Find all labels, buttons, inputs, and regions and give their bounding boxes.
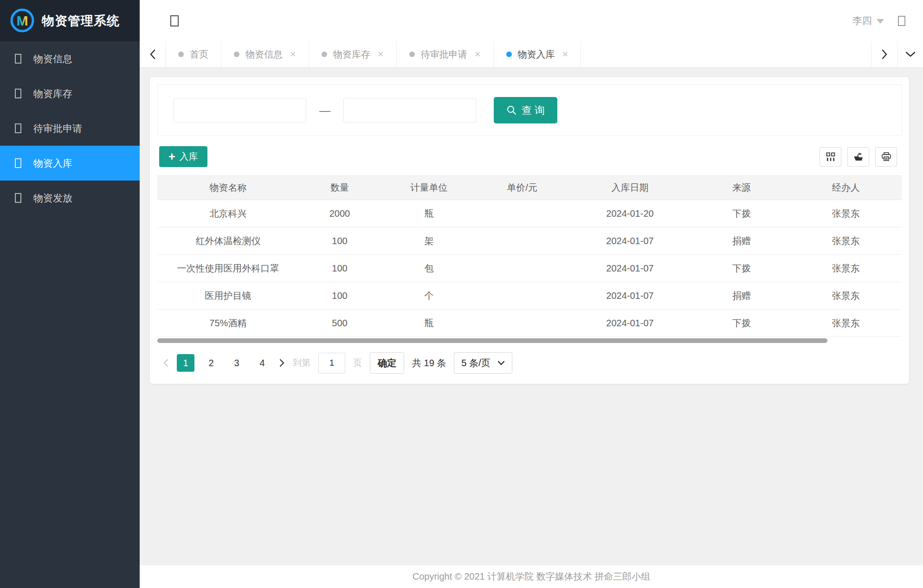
page-number-4[interactable]: 4 (253, 354, 271, 372)
page-size-select[interactable]: 5 条/页 (454, 352, 512, 374)
horizontal-scrollbar[interactable] (157, 338, 827, 343)
cell-material-name: 红外体温检测仪 (157, 227, 299, 255)
tab-label: 物资库存 (333, 48, 370, 61)
cell-handler: 张景东 (790, 255, 902, 282)
cell-quantity: 100 (299, 227, 381, 255)
col-quantity: 数量 (299, 176, 381, 200)
tabs-menu-button[interactable] (897, 41, 923, 67)
sidebar-item-material-inbound[interactable]: 物资入库 (0, 146, 140, 181)
col-unit-price: 单价/元 (478, 176, 567, 200)
cell-unit: 架 (381, 227, 478, 255)
cell-source: 下拨 (693, 310, 790, 337)
tab-material-inbound[interactable]: 物资入库 × (494, 41, 581, 67)
search-icon (506, 105, 517, 116)
plus-icon: + (168, 151, 175, 162)
chevron-left-icon (163, 358, 169, 368)
add-inbound-button[interactable]: + 入库 (159, 146, 207, 167)
chevron-right-icon (279, 358, 285, 368)
chevron-down-icon (905, 51, 916, 58)
col-unit: 计量单位 (381, 176, 478, 200)
tab-dot-icon (322, 52, 327, 57)
collapse-menu-icon[interactable] (170, 15, 179, 26)
tab-label: 物资信息 (245, 48, 283, 61)
cell-inbound-date: 2024-01-07 (567, 310, 693, 337)
cell-material-name: 医用护目镜 (157, 282, 299, 310)
sidebar-item-label: 物资入库 (33, 157, 72, 170)
cell-inbound-date: 2024-01-20 (567, 200, 693, 227)
sidebar-menu: 物资信息 物资库存 待审批申请 物资入库 物资发放 (0, 41, 140, 215)
cell-unit-price (478, 255, 567, 282)
page-number-3[interactable]: 3 (228, 354, 245, 372)
pending-approval-icon (15, 123, 21, 133)
col-source: 来源 (693, 176, 790, 200)
tabs-scroll-right-button[interactable] (871, 41, 897, 67)
query-button-label: 查 询 (522, 103, 545, 117)
sidebar-item-label: 物资库存 (33, 87, 72, 100)
sidebar-item-material-info[interactable]: 物资信息 (0, 41, 140, 76)
page-number-1[interactable]: 1 (177, 354, 194, 372)
material-stock-icon (15, 89, 21, 98)
tab-close-icon[interactable]: × (290, 49, 296, 59)
cell-unit-price (478, 282, 567, 310)
tab-material-stock[interactable]: 物资库存 × (309, 41, 397, 67)
col-material-name: 物资名称 (157, 176, 299, 200)
cell-unit: 瓶 (381, 200, 478, 227)
page-size-value: 5 条/页 (461, 357, 490, 369)
caret-down-icon (877, 19, 884, 24)
sidebar-item-material-stock[interactable]: 物资库存 (0, 76, 140, 111)
fullscreen-icon[interactable] (898, 16, 905, 26)
content: — 查 询 + 入库 (140, 68, 923, 565)
main-area: 李四 首页 物资信息 × 物资库存 × 待审批申请 (140, 0, 923, 588)
copyright-text: Copyright © 2021 计算机学院 数字媒体技术 拼命三郎小组 (413, 570, 651, 583)
cell-inbound-date: 2024-01-07 (567, 227, 693, 255)
tab-material-info[interactable]: 物资信息 × (221, 41, 309, 67)
cell-source: 下拨 (693, 200, 790, 227)
print-button[interactable] (875, 147, 897, 167)
page-number-2[interactable]: 2 (202, 354, 220, 372)
user-dropdown[interactable]: 李四 (852, 14, 884, 27)
app-logo-icon: M (9, 8, 35, 34)
toggle-columns-button[interactable] (820, 147, 841, 167)
tabs-scroll-left-button[interactable] (140, 41, 166, 67)
tab-dot-icon (506, 52, 512, 57)
tab-close-icon[interactable]: × (562, 49, 568, 59)
export-button[interactable] (847, 147, 869, 167)
cell-unit-price (478, 200, 567, 227)
add-inbound-label: 入库 (180, 150, 198, 163)
date-end-input[interactable] (343, 98, 476, 123)
table-toolbar: + 入库 (157, 146, 902, 167)
cell-unit: 个 (381, 282, 478, 310)
cell-material-name: 北京科兴 (157, 200, 299, 227)
tab-close-icon[interactable]: × (475, 49, 481, 59)
cell-inbound-date: 2024-01-07 (567, 255, 693, 282)
sidebar-item-pending-approval[interactable]: 待审批申请 (0, 111, 140, 146)
table-row: 一次性使用医用外科口罩 100 包 2024-01-07 下拨 张景东 (157, 255, 902, 282)
page-prev-button[interactable] (163, 358, 169, 368)
goto-page-input[interactable] (318, 353, 345, 374)
cell-unit-price (478, 227, 567, 255)
cell-source: 捐赠 (693, 282, 790, 310)
cell-source: 下拨 (693, 255, 790, 282)
tab-pending-approval[interactable]: 待审批申请 × (397, 41, 494, 67)
date-range-separator: — (319, 104, 330, 117)
table-row: 75%酒精 500 瓶 2024-01-07 下拨 张景东 (157, 310, 902, 337)
col-handler: 经办人 (790, 176, 902, 200)
page-next-button[interactable] (279, 358, 285, 368)
chevron-down-icon (497, 361, 505, 366)
sidebar: M 物资管理系统 物资信息 物资库存 待审批申请 物资入库 物资发放 (0, 0, 140, 588)
tabbar-spacer (581, 41, 871, 67)
sidebar-item-material-dispatch[interactable]: 物资发放 (0, 181, 140, 215)
app-title: 物资管理系统 (42, 13, 120, 29)
cell-handler: 张景东 (790, 282, 902, 310)
query-panel: — 查 询 (157, 84, 902, 136)
goto-page-label: 到第 (293, 357, 310, 369)
cell-handler: 张景东 (790, 200, 902, 227)
material-info-icon (15, 54, 21, 64)
tab-label: 首页 (190, 48, 208, 61)
tab-close-icon[interactable]: × (378, 49, 384, 59)
tab-home[interactable]: 首页 (166, 41, 221, 67)
query-button[interactable]: 查 询 (494, 97, 557, 123)
date-start-input[interactable] (174, 98, 306, 123)
goto-confirm-button[interactable]: 确定 (370, 352, 404, 374)
inbound-table: 物资名称 数量 计量单位 单价/元 入库日期 来源 经办人 北京科兴 2000 … (157, 175, 902, 337)
